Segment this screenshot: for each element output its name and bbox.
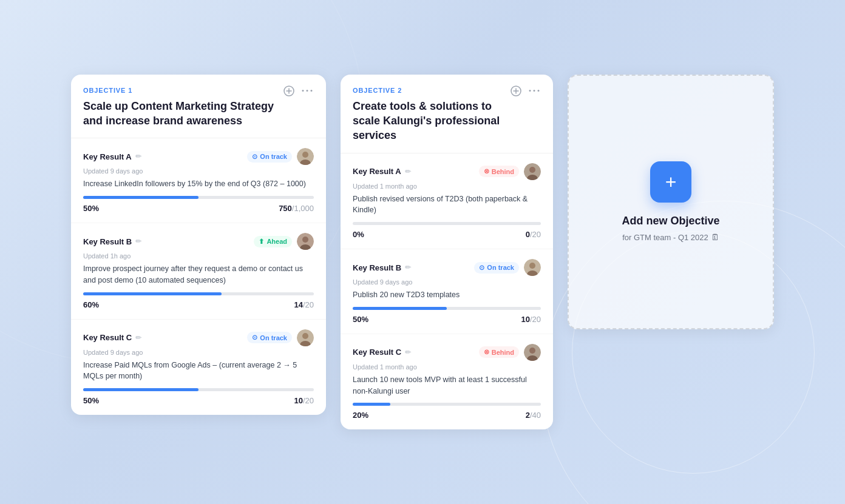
kr-a-1-title: Key Result A ✏ (83, 152, 141, 161)
kr-b-2-bottom: 50% 10/20 (353, 315, 541, 324)
behind-icon-a2: ⊗ (484, 167, 489, 175)
kr-c-2-progress-bar (353, 403, 541, 406)
kr-b-2-right: ⊙ On track (474, 259, 541, 276)
svg-point-28 (529, 348, 535, 354)
kr-a-1-progress-fill (83, 196, 199, 199)
svg-point-18 (529, 90, 531, 92)
kr-a-1-bottom: 50% 750/1,000 (83, 204, 314, 213)
add-objective-card[interactable]: + Add new Objective for GTM team - Q1 20… (568, 75, 774, 329)
kr-c-2-updated: Updated 1 month ago (353, 363, 541, 371)
kr-a-1-item: Key Result A ✏ ⊙ On track (71, 138, 326, 223)
kr-b-1-updated: Updated 1h ago (83, 252, 314, 260)
kr-c-1-progress-bar (83, 388, 314, 391)
edit-kr-b-2-icon[interactable]: ✏ (405, 263, 411, 272)
objective-card-1: OBJECTIVE 1 Scale up Content Marketing S… (71, 75, 326, 415)
kr-b-2-title: Key Result B ✏ (353, 263, 411, 272)
kr-a-2-item: Key Result A ✏ ⊗ Behind (341, 153, 553, 250)
kr-c-2-progress-fill (353, 403, 390, 406)
kr-c-2-right: ⊗ Behind (479, 344, 541, 361)
svg-point-19 (534, 90, 535, 92)
add-objective-subtitle: for GTM team - Q1 2022 🗓 (622, 232, 719, 242)
kr-a-2-updated: Updated 1 month ago (353, 183, 541, 190)
kr-b-2-progress-bar (353, 307, 541, 310)
kr-c-1-title: Key Result C ✏ (83, 333, 141, 342)
kr-a-1-desc: Increase LinkedIn followers by 15% by th… (83, 178, 314, 190)
add-kr-button-2[interactable] (509, 84, 523, 98)
card-2-header: OBJECTIVE 2 Create tools & solutions to … (341, 75, 553, 153)
svg-point-22 (529, 167, 535, 173)
svg-point-25 (529, 263, 535, 269)
kr-c-1-right: ⊙ On track (247, 329, 314, 346)
add-objective-btn[interactable]: + (650, 161, 691, 203)
kr-c-1-percent: 50% (83, 396, 99, 405)
kr-b-1-right: ⬆ Ahead (254, 233, 314, 250)
ahead-icon: ⬆ (259, 238, 264, 246)
kr-b-2-item: Key Result B ✏ ⊙ On track (341, 249, 553, 334)
kr-c-2-desc: Launch 10 new tools MVP with at least 1 … (353, 374, 541, 397)
svg-point-4 (307, 90, 308, 92)
kr-c-2-percent: 20% (353, 411, 368, 420)
kr-b-2-percent: 50% (353, 315, 368, 324)
kr-c-1-item: Key Result C ✏ ⊙ On track (71, 320, 326, 415)
kr-b-1-percent: 60% (83, 300, 99, 309)
kr-c-2-bottom: 20% 2/40 (353, 411, 541, 420)
kr-b-2-fraction: 10/20 (521, 315, 541, 324)
kr-b-2-desc: Publish 20 new T2D3 templates (353, 289, 541, 301)
kr-a-1-percent: 50% (83, 204, 99, 213)
add-objective-title: Add new Objective (622, 215, 719, 227)
kr-b-1-progress-fill (83, 292, 222, 295)
kr-b-2-avatar (524, 259, 541, 276)
kr-c-2-status: ⊗ Behind (479, 346, 519, 358)
kr-c-1-avatar (297, 329, 314, 346)
kr-b-1-fraction: 14/20 (294, 300, 314, 309)
kr-a-2-progress-bar (353, 222, 541, 225)
kr-a-1-status: ⊙ On track (247, 151, 292, 163)
card-2-actions (509, 84, 541, 98)
plus-icon: + (665, 172, 677, 192)
objective-2-title: Create tools & solutions to scale Kalung… (353, 99, 509, 143)
kr-a-2-avatar (524, 163, 541, 180)
objective-1-label: OBJECTIVE 1 (83, 87, 282, 94)
svg-point-3 (302, 90, 304, 92)
objective-card-2: OBJECTIVE 2 Create tools & solutions to … (341, 75, 553, 430)
svg-point-10 (302, 237, 308, 243)
kr-a-2-fraction: 0/20 (526, 230, 541, 239)
add-kr-button-1[interactable] (282, 84, 296, 98)
edit-kr-a-2-icon[interactable]: ✏ (405, 167, 411, 176)
edit-kr-c-1-icon[interactable]: ✏ (135, 334, 141, 342)
kr-a-1-progress-bar (83, 196, 314, 199)
status-icon-b2: ⊙ (479, 264, 484, 272)
kr-b-1-bottom: 60% 14/20 (83, 300, 314, 309)
kr-c-1-status: ⊙ On track (247, 332, 292, 343)
kr-b-2-status: ⊙ On track (474, 262, 519, 274)
objective-1-title: Scale up Content Marketing Strategy and … (83, 99, 282, 129)
kr-a-2-desc: Publish revised versions of T2D3 (both p… (353, 193, 541, 217)
status-icon-c1: ⊙ (252, 334, 257, 341)
calendar-icon: 🗓 (711, 232, 719, 242)
edit-kr-a-1-icon[interactable]: ✏ (135, 152, 141, 161)
svg-point-5 (311, 90, 313, 92)
kr-a-1-updated: Updated 9 days ago (83, 167, 314, 175)
kr-a-1-avatar (297, 148, 314, 165)
card-1-header: OBJECTIVE 1 Scale up Content Marketing S… (71, 75, 326, 139)
svg-point-13 (302, 333, 308, 339)
kr-b-1-item: Key Result B ✏ ⬆ Ahead (71, 223, 326, 320)
edit-kr-c-2-icon[interactable]: ✏ (405, 348, 411, 357)
card-1-actions (282, 84, 314, 98)
kr-b-1-progress-bar (83, 292, 314, 295)
objective-2-label: OBJECTIVE 2 (353, 87, 509, 94)
kr-a-2-bottom: 0% 0/20 (353, 230, 541, 239)
kr-c-1-bottom: 50% 10/20 (83, 396, 314, 405)
more-options-button-2[interactable] (528, 88, 541, 93)
kr-c-2-fraction: 2/40 (526, 411, 541, 420)
edit-kr-b-1-icon[interactable]: ✏ (135, 237, 141, 246)
cards-container: OBJECTIVE 1 Scale up Content Marketing S… (47, 50, 798, 454)
behind-icon-c2: ⊗ (484, 348, 489, 356)
kr-a-2-status: ⊗ Behind (479, 166, 519, 177)
kr-a-2-percent: 0% (353, 230, 364, 239)
more-options-button-1[interactable] (300, 88, 314, 93)
kr-c-2-title: Key Result C ✏ (353, 348, 411, 357)
kr-b-2-progress-fill (353, 307, 447, 310)
svg-point-20 (538, 90, 540, 92)
kr-c-1-desc: Increase Paid MQLs from Google Ads – (cu… (83, 360, 314, 383)
